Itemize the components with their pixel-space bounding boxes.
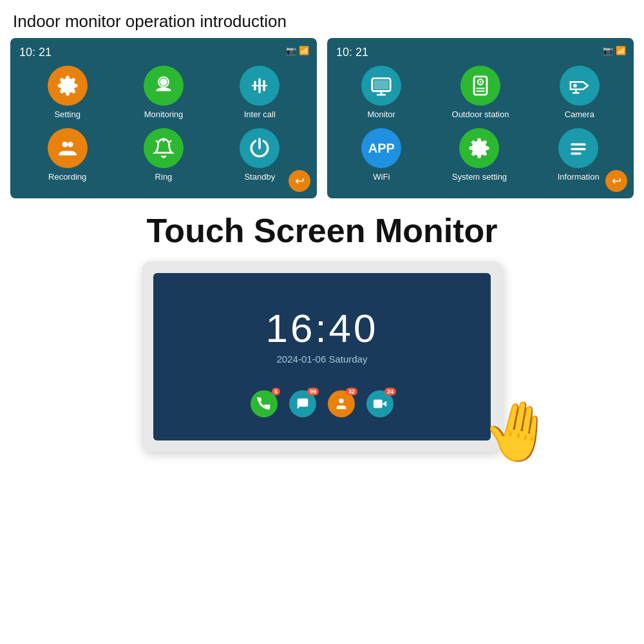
ring-icon-circle [144, 128, 184, 168]
monitoring-item[interactable]: Monitoring [144, 66, 184, 119]
app-text: APP [368, 141, 395, 156]
recording-icon [57, 137, 79, 159]
monitor-date: 2024-01-06 Saturday [277, 354, 368, 365]
video-badge: 24 [384, 388, 396, 395]
monitor-label: Monitor [367, 109, 395, 119]
svg-rect-25 [374, 400, 383, 408]
phone-badge: 5 [272, 388, 280, 395]
system-setting-item[interactable]: System setting [452, 128, 507, 182]
person-icon-item[interactable]: 32 [328, 390, 355, 417]
svg-point-6 [62, 142, 68, 147]
system-setting-label: System setting [452, 172, 507, 182]
ring-label: Ring [155, 172, 173, 182]
left-back-button[interactable]: ↩ [289, 170, 310, 192]
page-title: Indoor monitor operation introduction [0, 0, 644, 38]
right-time: 10: 21 [336, 46, 625, 59]
camera-label: Camera [565, 109, 594, 119]
monitor-icon [370, 75, 392, 97]
video-icon [373, 397, 387, 411]
outdoor-icon-circle [460, 66, 500, 106]
camera-icon-circle [560, 66, 600, 106]
svg-point-18 [573, 84, 577, 88]
setting-item[interactable]: Setting [48, 66, 88, 119]
left-status-bar: 📷 📶 [286, 46, 309, 55]
standby-label: Standby [244, 172, 275, 182]
person-badge: 32 [346, 388, 357, 395]
left-time: 10: 21 [19, 46, 308, 59]
person-icon [334, 397, 348, 411]
gear-icon [57, 75, 79, 97]
right-back-button[interactable]: ↩ [605, 170, 627, 192]
hand-pointer: 🤚 [477, 392, 560, 471]
intercall-icon-circle [240, 66, 279, 106]
recording-icon-circle [48, 128, 88, 168]
monitoring-icon-circle [144, 66, 184, 106]
phone-icon [257, 397, 271, 411]
wifi-icon-left: 📶 [299, 46, 309, 55]
bottom-section: Touch Screen Monitor 16:40 2024-01-06 Sa… [0, 198, 644, 452]
monitor-wrapper: 16:40 2024-01-06 Saturday 5 [142, 261, 502, 452]
sd-icon-right: 📷 [603, 46, 613, 55]
monitor-frame: 16:40 2024-01-06 Saturday 5 [142, 261, 502, 452]
monitor-clock: 16:40 [265, 305, 378, 351]
standby-item[interactable]: Standby [240, 128, 279, 182]
svg-point-7 [68, 142, 73, 147]
monitoring-icon [153, 75, 175, 97]
intercall-icon [249, 75, 270, 97]
chat-badge: 99 [307, 388, 319, 395]
monitor-item[interactable]: Monitor [361, 66, 401, 119]
left-icons-row1: Setting Monitoring [19, 66, 308, 119]
right-status-bar: 📷 📶 [603, 46, 626, 55]
standby-icon-circle [240, 128, 279, 168]
camera-item[interactable]: Camera [560, 66, 600, 119]
intercall-item[interactable]: Inter call [240, 66, 279, 119]
list-icon [567, 137, 589, 159]
svg-rect-12 [374, 80, 389, 90]
svg-point-15 [480, 81, 482, 83]
setting-icon-circle [48, 66, 88, 106]
outdoor-station-label: Outdoor station [452, 109, 509, 119]
touch-screen-title: Touch Screen Monitor [146, 211, 497, 250]
right-icons-row2: APP WiFi System setting [336, 128, 625, 182]
wifi-icon-right: 📶 [616, 46, 626, 55]
ring-item[interactable]: Ring [144, 128, 184, 182]
wifi-app-icon-circle: APP [361, 128, 401, 168]
video-icon-item[interactable]: 24 [366, 390, 393, 417]
outdoor-station-item[interactable]: Outdoor station [452, 66, 509, 119]
cctv-icon [569, 75, 591, 97]
phone-icon-item[interactable]: 5 [251, 390, 278, 417]
right-panel: 📷 📶 10: 21 Monitor [327, 38, 634, 198]
power-icon [249, 137, 270, 159]
system-gear-icon [468, 137, 490, 159]
right-icons-row1: Monitor Outdoor station [336, 66, 625, 119]
system-setting-icon-circle [459, 128, 499, 168]
information-icon-circle [558, 128, 598, 168]
svg-marker-24 [383, 401, 386, 406]
top-section: 📷 📶 10: 21 Setting [0, 38, 644, 198]
left-icons-row2: Recording Ring [19, 128, 308, 182]
recording-label: Recording [48, 172, 86, 182]
monitor-bottom-icons: 5 99 [251, 390, 393, 417]
setting-label: Setting [54, 109, 80, 119]
information-item[interactable]: Information [558, 128, 600, 182]
bell-icon [153, 137, 175, 159]
outdoor-station-icon [469, 75, 491, 97]
intercall-label: Inter call [244, 109, 276, 119]
chat-icon [296, 397, 310, 411]
monitor-icon-circle [361, 66, 401, 106]
chat-icon-item[interactable]: 99 [289, 390, 316, 417]
recording-item[interactable]: Recording [48, 128, 88, 182]
wifi-item[interactable]: APP WiFi [361, 128, 401, 182]
svg-point-0 [160, 79, 167, 86]
monitoring-label: Monitoring [144, 109, 184, 119]
sd-icon: 📷 [286, 46, 296, 55]
wifi-label: WiFi [373, 172, 390, 182]
left-panel: 📷 📶 10: 21 Setting [10, 38, 317, 198]
information-label: Information [558, 172, 600, 182]
monitor-screen: 16:40 2024-01-06 Saturday 5 [153, 273, 491, 440]
